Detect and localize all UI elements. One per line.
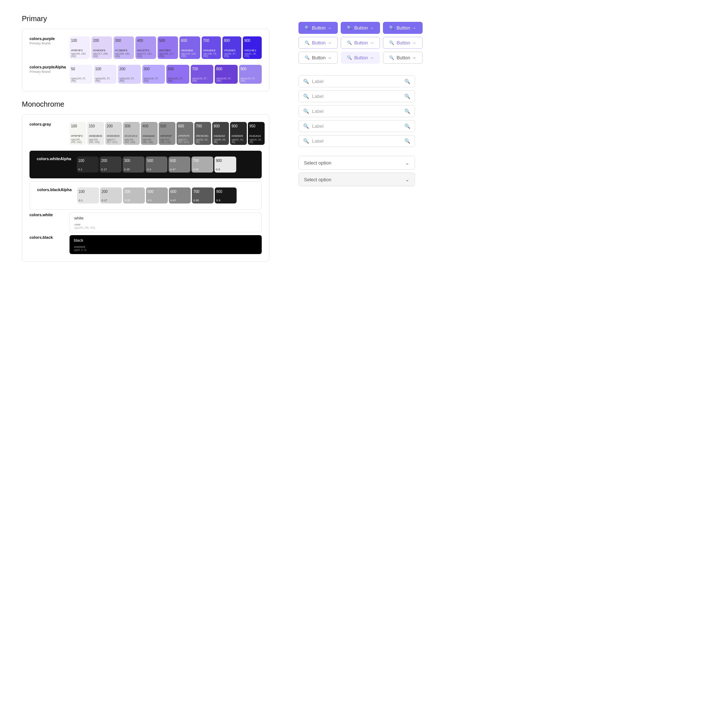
search-icon-right-2: 🔍 <box>404 93 410 99</box>
swatch-purple-500: 500 #9575EF rgb(149, 117, 239) <box>158 37 178 59</box>
label-input-3[interactable] <box>312 109 401 114</box>
select-wrapper-2[interactable]: Select option ⌄ <box>298 173 415 187</box>
swatch-gray-100: 100 #F5F5F2 rgb(245, 245, 242) <box>70 122 86 145</box>
select-placeholder-1: Select option <box>304 160 331 166</box>
input-wrapper-5: 🔍 🔍 <box>298 135 415 147</box>
search-icon: 🔍 <box>347 40 352 45</box>
black-swatch-container: black #000000 rgb(0, 0, 0) <box>70 235 262 254</box>
colors-white-row: colors.white white #ffffff rgb(255, 255,… <box>29 213 262 232</box>
primary-section-title: Primary <box>22 15 269 23</box>
search-icon-right-4: 🔍 <box>404 123 410 129</box>
swatch-gray-400: 400 #A8A8A8 rgb(168, 168, 168) <box>141 122 158 145</box>
colors-purple-label: colors.purple Primary Brand <box>29 37 70 45</box>
white-swatch-container: white #ffffff rgb(255, 255, 255) <box>70 213 262 232</box>
search-icon-left-4: 🔍 <box>303 123 309 129</box>
swatch-pa-700: 700 rgba(100, 57, 255) <box>191 65 214 84</box>
primary-color-section: colors.purple Primary Brand 100 #F8F0F2 … <box>22 29 269 91</box>
swatch-wa-100: 100 0.1 <box>77 156 99 173</box>
swatch-gray-600: 600 #757575 rgb(117, 117, 117) <box>177 122 193 145</box>
swatch-pa-900: 900 rgba(100, 57, 255) <box>239 65 262 84</box>
search-icon: 🔍 <box>389 55 394 60</box>
swatch-ba-200: 200 0.17 <box>100 187 122 203</box>
button-primary-3[interactable]: 🔍 Button → <box>383 22 422 34</box>
colors-purplealpha-label: colors.purpleAlpha Primary Brand <box>29 65 70 73</box>
swatch-purple-100: 100 #F8F0F2 rgb(248, 240, 242) <box>70 37 90 59</box>
swatch-wa-600: 600 0.47 <box>168 156 190 173</box>
swatch-ba-500: 500 0.3 <box>146 187 168 203</box>
search-icon: 🔍 <box>347 55 352 60</box>
colors-gray-row: colors.gray 100 #F5F5F2 rgb(245, 245, 24… <box>29 122 262 145</box>
purple-swatches: 100 #F8F0F2 rgb(248, 240, 242) 200 #D9D0… <box>70 37 262 59</box>
swatch-pa-300: 300 rgba(100, 57, 255) <box>142 65 165 84</box>
button-ghost-3[interactable]: 🔍 Button → <box>383 52 422 64</box>
swatch-purple-200: 200 #D9D0F6 rgb(217, 208, 246) <box>91 37 112 59</box>
search-icon: 🔍 <box>305 55 310 60</box>
button-row-1: 🔍 Button → 🔍 Button → 🔍 Button → <box>298 22 415 34</box>
colors-white-label: colors.white <box>29 213 70 217</box>
button-row-2: 🔍 Button → 🔍 Button → 🔍 Button → <box>298 37 415 49</box>
swatch-gray-150: 150 #EBEBEB rgb(235, 235, 235) <box>87 122 104 145</box>
search-icon-left-1: 🔍 <box>303 79 309 84</box>
colors-purple-row: colors.purple Primary Brand 100 #F8F0F2 … <box>29 37 262 59</box>
input-wrapper-2: 🔍 🔍 <box>298 90 415 102</box>
swatch-wa-300: 300 0.25 <box>123 156 145 173</box>
monochrome-color-section: colors.gray 100 #F5F5F2 rgb(245, 245, 24… <box>22 114 269 262</box>
search-icon-right-5: 🔍 <box>404 138 410 144</box>
button-ghost-1[interactable]: 🔍 Button → <box>298 52 338 64</box>
input-wrapper-1: 🔍 🔍 <box>298 75 415 87</box>
swatch-gray-200: 200 #D9D9D9 rgb(217, 217, 217) <box>105 122 122 145</box>
colors-blackalpha-row: colors.blackAlpha 100 0.1 200 0.17 <box>37 187 254 203</box>
colors-blackalpha-label: colors.blackAlpha <box>37 187 77 192</box>
swatch-purple-400: 400 #AC97F3 rgb(172, 151, 243) <box>135 37 156 59</box>
button-outline-2[interactable]: 🔍 Button → <box>341 37 380 49</box>
swatch-wa-700: 700 0.65 <box>191 156 213 173</box>
button-primary-2[interactable]: 🔍 Button → <box>341 22 380 34</box>
label-input-2[interactable] <box>312 93 401 99</box>
swatch-wa-500: 500 0.3 <box>145 156 167 173</box>
search-icon: 🔍 <box>305 40 310 45</box>
input-wrapper-3: 🔍 🔍 <box>298 105 415 117</box>
swatch-gray-500: 500 #8F8F8F rgb(143, 143, 143) <box>159 122 176 145</box>
swatch-gray-700: 700 #5C5C5C rgb(92, 92, 92) <box>194 122 211 145</box>
purplealpha-swatches: 50 rgba(100, 57, 255) 100 rgba(100, 57, … <box>70 65 262 84</box>
swatch-purple-600: 600 #8064EB rgb(128, 100, 235) <box>179 37 200 59</box>
swatch-black: black #000000 rgb(0, 0, 0) <box>70 235 262 254</box>
label-input-5[interactable] <box>312 138 401 144</box>
button-outline-1[interactable]: 🔍 Button → <box>298 37 338 49</box>
monochrome-section-title: Monochrome <box>22 100 269 109</box>
colors-gray-label: colors.gray <box>29 122 70 126</box>
colors-blackalpha-section: colors.blackAlpha 100 0.1 200 0.17 <box>29 181 262 210</box>
swatch-pa-800: 800 rgba(100, 57, 255) <box>215 65 238 84</box>
left-panel: Primary colors.purple Primary Brand 100 … <box>22 15 269 713</box>
search-icon: 🔍 <box>389 40 394 45</box>
swatch-wa-900: 900 0.9 <box>214 156 236 173</box>
label-input-1[interactable] <box>312 79 401 84</box>
swatch-ba-600: 600 0.47 <box>169 187 191 203</box>
select-group: Select option ⌄ Select option ⌄ <box>298 156 415 187</box>
colors-whitealpha-label: colors.whiteAlpha <box>37 156 77 161</box>
swatch-white: white #ffffff rgb(255, 255, 255) <box>70 213 262 232</box>
search-icon: 🔍 <box>305 26 310 30</box>
colors-whitealpha-row: colors.whiteAlpha 100 0.1 200 0.17 <box>37 156 254 173</box>
swatch-pa-500: 500 rgba(100, 57, 255) <box>166 65 189 84</box>
swatch-gray-300: 300 #C2C2C2 rgb(194, 194, 194) <box>123 122 140 145</box>
search-icon: 🔍 <box>347 26 352 30</box>
select-wrapper-1[interactable]: Select option ⌄ <box>298 156 415 170</box>
chevron-down-icon-2: ⌄ <box>405 177 410 182</box>
input-wrapper-4: 🔍 🔍 <box>298 120 415 132</box>
search-icon-left-2: 🔍 <box>303 93 309 99</box>
swatch-ba-900: 900 0.9 <box>215 187 237 203</box>
button-ghost-2[interactable]: 🔍 Button → <box>341 52 380 64</box>
swatch-pa-50: 50 rgba(100, 57, 255) <box>70 65 92 84</box>
search-icon-right-1: 🔍 <box>404 79 410 84</box>
swatch-purple-900: 900 #3D24E1 rgb(61, 36, 225) <box>243 37 262 59</box>
swatch-ba-700: 700 0.65 <box>192 187 214 203</box>
label-input-4[interactable] <box>312 123 401 129</box>
swatch-gray-800: 800 #424242 rgb(66, 66, 66) <box>212 122 229 145</box>
input-group: 🔍 🔍 🔍 🔍 🔍 🔍 🔍 🔍 🔍 <box>298 75 415 147</box>
swatch-gray-950: 950 #141414 rgb(20, 20, 20) <box>248 122 265 145</box>
button-primary-1[interactable]: 🔍 Button → <box>298 22 338 34</box>
search-icon-right-3: 🔍 <box>404 109 410 114</box>
search-icon: 🔍 <box>389 26 394 30</box>
button-outline-3[interactable]: 🔍 Button → <box>383 37 422 49</box>
